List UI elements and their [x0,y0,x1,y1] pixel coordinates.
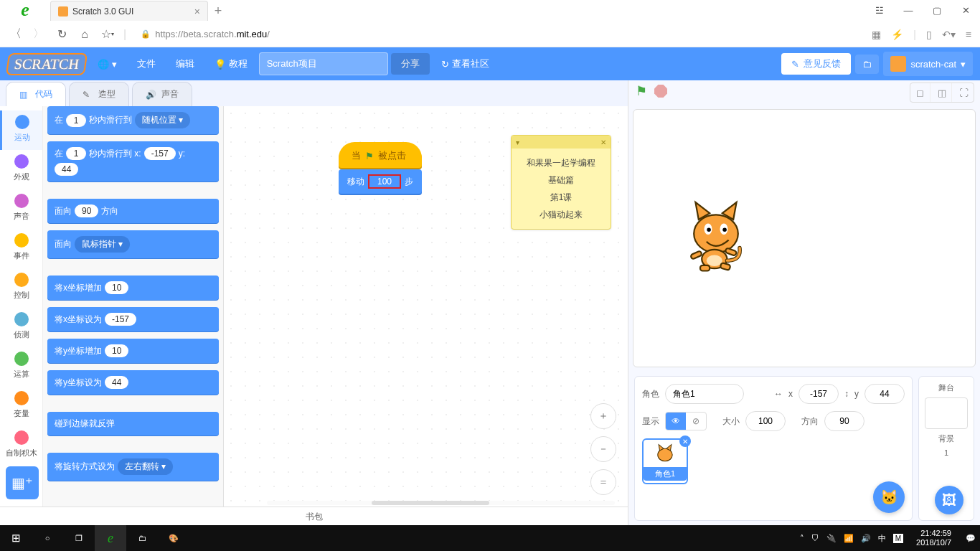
workspace-scrollbar[interactable] [267,501,615,505]
add-backdrop-button[interactable]: 🖼 [935,486,963,514]
menu-tutorials[interactable]: 💡 教程 [206,53,256,75]
comment-delete-icon[interactable]: ✕ [600,138,606,146]
block-glide-xy[interactable]: 在1秒内滑行到 x:-157y:44 [47,141,219,182]
tray-volume-icon[interactable]: 🔊 [861,534,871,543]
add-extension-button[interactable]: ▦⁺ [6,466,39,499]
green-flag-button[interactable]: ⚑ [636,83,647,99]
v[interactable]: 1 [66,147,86,160]
v[interactable]: 44 [55,163,78,176]
script-workspace[interactable]: 当 ⚑ 被点击 移动 100 步 ▾✕ 和果果一起学编程 基础篇 [224,106,628,507]
reader-mode-icon[interactable]: ☳ [865,0,894,21]
tray-wifi-icon[interactable]: 📶 [844,534,854,543]
menu-icon[interactable]: ≡ [966,29,971,40]
nav-reload-icon[interactable]: ↻ [55,27,69,42]
sprite-cat[interactable] [677,196,755,275]
window-minimize-icon[interactable]: — [894,0,923,21]
sprite-size-input[interactable] [745,411,786,431]
taskbar-app-explorer[interactable]: 🗀 [126,525,158,551]
tray-chevron-icon[interactable]: ˄ [800,534,804,543]
backpack-toggle[interactable]: 书包 [0,507,628,525]
sprite-thumbnail[interactable]: ✕ 角色1 [642,438,688,484]
category-事件[interactable]: 事件 [0,229,42,268]
block-move-steps[interactable]: 移动 100 步 [339,169,422,194]
menu-file[interactable]: 文件 [128,53,164,75]
v[interactable]: -157 [105,313,136,326]
add-sprite-button[interactable]: 🐱 [873,481,905,513]
feedback-button[interactable]: ✎ 意见反馈 [781,53,851,75]
v[interactable]: 10 [105,281,128,294]
v[interactable]: 10 [105,344,128,357]
script-stack[interactable]: 当 ⚑ 被点击 移动 100 步 [339,142,422,194]
block-change-y[interactable]: 将y坐标增加10 [47,339,219,363]
block-rotation-style[interactable]: 将旋转方式设为左右翻转 ▾ [47,453,219,481]
v[interactable]: 1 [66,114,86,127]
category-外观[interactable]: 外观 [0,150,42,189]
stage-small-icon[interactable]: ◻ [910,83,930,102]
show-icon[interactable]: 👁 [666,413,686,430]
window-close-icon[interactable]: ✕ [951,0,980,21]
qr-icon[interactable]: ▦ [872,29,881,40]
menu-edit[interactable]: 编辑 [167,53,203,75]
community-button[interactable]: ↻ 查看社区 [433,53,498,75]
category-侦测[interactable]: 侦测 [0,308,42,347]
nav-back-icon[interactable]: 〈 [9,27,23,42]
mystuff-icon[interactable]: 🗀 [855,55,879,74]
stop-button[interactable] [654,85,667,98]
delete-sprite-icon[interactable]: ✕ [679,435,691,447]
dropdown[interactable]: 随机位置 ▾ [135,112,190,128]
tray-ime-icon[interactable]: 中 [878,533,886,544]
taskbar-app-paint[interactable]: 🎨 [158,525,189,551]
tab-sounds[interactable]: 🔊声音 [132,82,192,106]
category-运算[interactable]: 运算 [0,347,42,387]
zoom-reset-icon[interactable]: ＝ [590,469,616,495]
stage-large-icon[interactable]: ◫ [932,83,952,102]
sprite-y-input[interactable] [864,384,905,404]
sprite-direction-input[interactable] [824,411,864,431]
category-变量[interactable]: 变量 [0,387,42,426]
move-steps-input[interactable]: 100 [369,175,400,188]
window-maximize-icon[interactable]: ▢ [923,0,951,21]
dropdown[interactable]: 鼠标指针 ▾ [75,236,130,253]
category-运动[interactable]: 运动 [0,110,42,150]
tab-close-icon[interactable]: × [194,6,200,17]
sprite-name-input[interactable] [665,384,744,404]
block-point-towards[interactable]: 面向鼠标指针 ▾ [47,230,219,258]
tray-security-icon[interactable]: ⛉ [811,534,819,542]
dropdown[interactable]: 左右翻转 ▾ [118,458,173,475]
tray-input-icon[interactable]: M [893,534,903,543]
start-button[interactable]: ⊞ [0,525,32,551]
v[interactable]: 90 [75,204,98,217]
new-tab-button[interactable]: + [208,1,228,21]
block-set-x[interactable]: 将x坐标设为-157 [47,307,219,331]
sprite-x-input[interactable] [798,384,839,404]
cortana-icon[interactable]: ○ [32,525,63,551]
visibility-toggle[interactable]: 👁⊘ [665,412,707,430]
workspace-comment[interactable]: ▾✕ 和果果一起学编程 基础篇 第1课 小猫动起来 [511,135,611,230]
block-set-y[interactable]: 将y坐标设为44 [47,370,219,395]
flash-icon[interactable]: ⚡ [891,29,903,40]
v[interactable]: -157 [144,147,176,160]
stage-thumbnail[interactable] [925,397,968,429]
nav-home-icon[interactable]: ⌂ [77,27,92,42]
notification-icon[interactable]: 💬 [964,525,977,551]
zoom-in-icon[interactable]: ＋ [590,403,616,429]
category-自制积木[interactable]: 自制积木 [0,426,42,466]
stage[interactable] [633,109,976,367]
taskbar-clock[interactable]: 21:42:59 2018/10/7 [910,529,957,547]
category-声音[interactable]: 声音 [0,189,42,229]
tab-code[interactable]: ▥代码 [6,82,66,106]
address-bar[interactable]: 🔒 https://beta.scratch.mit.edu/ [141,29,270,39]
project-name-input[interactable]: Scratch项目 [259,52,388,75]
task-view-icon[interactable]: ❐ [63,525,95,551]
block-when-flag-clicked[interactable]: 当 ⚑ 被点击 [339,142,422,168]
block-change-x[interactable]: 将x坐标增加10 [47,276,219,300]
account-menu[interactable]: scratch-cat ▾ [883,52,973,76]
stage-fullscreen-icon[interactable]: ⛶ [953,83,974,102]
tray-power-icon[interactable]: 🔌 [826,534,837,543]
comment-collapse-icon[interactable]: ▾ [516,138,519,146]
category-控制[interactable]: 控制 [0,268,42,308]
hide-icon[interactable]: ⊘ [686,413,706,430]
block-glide-random[interactable]: 在1秒内滑行到随机位置 ▾ [47,106,219,134]
browser-tab[interactable]: Scratch 3.0 GUI × [50,1,208,21]
language-selector[interactable]: 🌐 ▾ [89,55,126,74]
